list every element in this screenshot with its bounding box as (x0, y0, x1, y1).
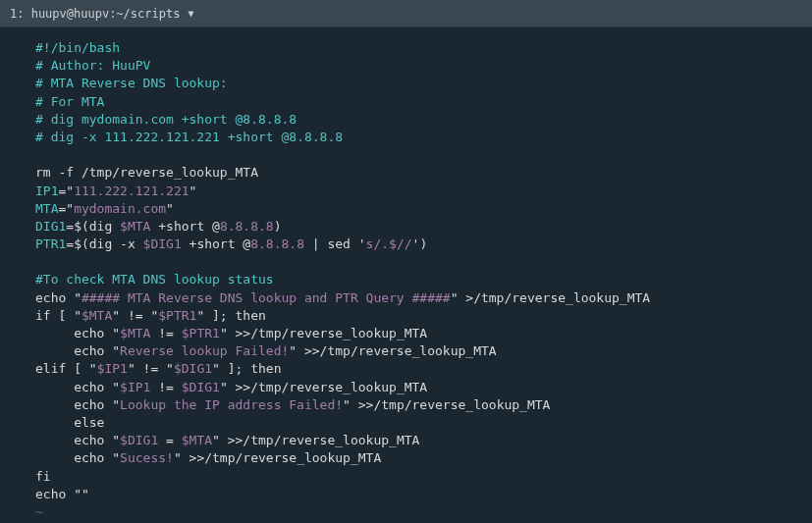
string-literal: ##### MTA Reverse DNS lookup and PTR Que… (81, 290, 451, 305)
var-ref: $DIG1 (174, 361, 212, 376)
comment: # dig -x 111.222.121.221 +short @8.8.8.8 (35, 130, 343, 144)
var-ref: $DIG1 (143, 236, 182, 251)
sed-pattern: s/.$// (366, 236, 412, 251)
var-ref: $IP1 (120, 380, 150, 394)
dropdown-arrow-icon[interactable]: ▼ (188, 8, 193, 19)
code-line: # Author: HuuPV (35, 57, 812, 75)
var-name: DIG1 (35, 219, 66, 234)
blank-line (35, 146, 812, 164)
blank-line (35, 253, 812, 271)
code-line: fi (35, 468, 812, 486)
var-name: PTR1 (35, 236, 66, 251)
var-ref: $MTA (120, 326, 150, 340)
code-line: # MTA Reverse DNS lookup: (35, 75, 812, 92)
code-line: MTA="mydomain.com" (35, 200, 812, 218)
code-line: echo "Sucess!" >>/tmp/reverse_lookup_MTA (35, 449, 812, 467)
tab-label: 1: huupv@huupv:~/scripts (10, 7, 180, 21)
code-line: echo "##### MTA Reverse DNS lookup and P… (35, 289, 812, 307)
code-line: # For MTA (35, 93, 812, 111)
var-name: IP1 (35, 183, 58, 198)
code-line: # dig mydomain.com +short @8.8.8.8 (35, 111, 812, 129)
ip-literal: 8.8.8.8 (250, 236, 304, 251)
code-line: PTR1=$(dig -x $DIG1 +short @8.8.8.8 | se… (35, 235, 812, 253)
terminal-viewport[interactable]: #!/bin/bash # Author: HuuPV # MTA Revers… (0, 27, 812, 523)
comment: #To check MTA DNS lookup status (35, 272, 274, 287)
code-line: IP1="111.222.121.221" (35, 183, 812, 200)
var-ref: $IP1 (97, 361, 128, 376)
code-line: #!/bin/bash (35, 39, 812, 57)
string-literal: mydomain.com (74, 201, 166, 216)
string-literal: 111.222.121.221 (74, 183, 189, 198)
code-line: #To check MTA DNS lookup status (35, 271, 812, 288)
code-line: DIG1=$(dig $MTA +short @8.8.8.8) (35, 218, 812, 235)
var-name: MTA (35, 201, 58, 216)
vim-tilde-line: ~ (35, 503, 812, 521)
code-line: rm -f /tmp/reverse_lookup_MTA (35, 164, 812, 182)
code-line: echo "Reverse lookup Failed!" >>/tmp/rev… (35, 342, 812, 360)
string-literal: Sucess! (120, 450, 174, 465)
ip-literal: 8.8.8.8 (220, 219, 274, 234)
comment: # dig mydomain.com +short @8.8.8.8 (35, 112, 297, 127)
code-line: if [ "$MTA" != "$PTR1" ]; then (35, 307, 812, 325)
code-line: else (35, 414, 812, 432)
code-line: echo "Lookup the IP address Failed!" >>/… (35, 396, 812, 414)
comment: # MTA Reverse DNS lookup: (35, 76, 228, 90)
tilde-icon: ~ (35, 504, 43, 519)
command: rm -f /tmp/reverse_lookup_MTA (35, 165, 258, 180)
string-literal: Lookup the IP address Failed! (120, 397, 343, 412)
titlebar[interactable]: 1: huupv@huupv:~/scripts ▼ (0, 0, 812, 27)
var-ref: $MTA (120, 219, 150, 234)
var-ref: $MTA (81, 308, 112, 323)
string-literal: Reverse lookup Failed! (120, 343, 289, 358)
code-line: echo "$MTA != $PTR1" >>/tmp/reverse_look… (35, 325, 812, 342)
var-ref: $PTR1 (158, 308, 196, 323)
code-line: echo "" (35, 486, 812, 503)
code-line: # dig -x 111.222.121.221 +short @8.8.8.8 (35, 129, 812, 146)
comment: # For MTA (35, 94, 104, 109)
var-ref: $DIG1 (182, 380, 220, 394)
code-line: echo "$IP1 != $DIG1" >>/tmp/reverse_look… (35, 379, 812, 396)
comment: # Author: HuuPV (35, 58, 150, 73)
code-line: echo "$DIG1 = $MTA" >>/tmp/reverse_looku… (35, 432, 812, 449)
code-line: elif [ "$IP1" != "$DIG1" ]; then (35, 360, 812, 378)
var-ref: $MTA (182, 433, 212, 447)
shebang: #!/bin/bash (35, 40, 120, 55)
var-ref: $PTR1 (182, 326, 220, 340)
var-ref: $DIG1 (120, 433, 158, 447)
